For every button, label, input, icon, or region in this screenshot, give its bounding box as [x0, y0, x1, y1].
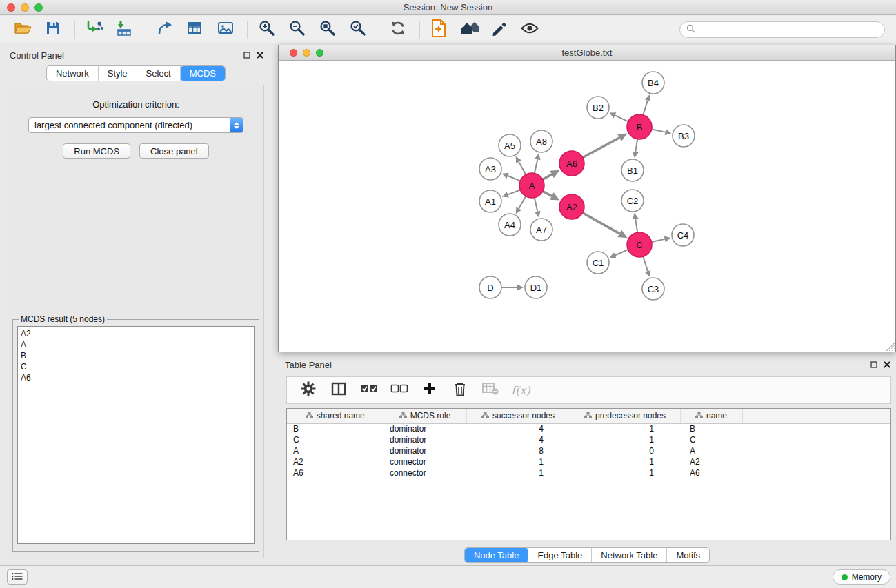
graph-edge-A-A7[interactable] — [535, 198, 537, 212]
close-panel-action-button[interactable]: Close panel — [139, 143, 209, 159]
graph-edge-C-C1[interactable] — [615, 250, 628, 255]
cell-mcds_role[interactable]: dominator — [384, 434, 466, 445]
graph-edge-A-A4[interactable] — [519, 196, 526, 209]
import-network-button[interactable] — [82, 19, 106, 40]
graph-edge-A2-C[interactable] — [583, 213, 620, 234]
cell-shared_name[interactable]: A — [287, 445, 384, 456]
graph-edge-A-A5[interactable] — [519, 162, 526, 175]
cell-predecessor[interactable]: 0 — [570, 445, 680, 456]
cell-name[interactable]: A6 — [680, 467, 742, 478]
show-hide-button[interactable] — [518, 19, 541, 40]
float-panel-button[interactable] — [243, 52, 250, 59]
tab-edge-table[interactable]: Edge Table — [528, 548, 592, 562]
import-table-button[interactable] — [112, 19, 136, 40]
tab-style[interactable]: Style — [99, 66, 137, 81]
toggle-columns-button[interactable] — [327, 380, 350, 401]
graph-edge-B-B2[interactable] — [615, 115, 628, 121]
cell-mcds_role[interactable]: connector — [384, 456, 466, 467]
cell-mcds_role[interactable]: connector — [384, 467, 466, 478]
cell-successor[interactable]: 4 — [466, 423, 570, 434]
mcds-result-item[interactable]: B — [21, 350, 251, 361]
annotation-button[interactable] — [488, 19, 511, 40]
save-session-button[interactable] — [41, 19, 65, 40]
memory-button[interactable]: Memory — [833, 569, 890, 585]
mcds-result-item[interactable]: A — [21, 339, 251, 350]
graph-edge-B-B4[interactable] — [643, 101, 648, 115]
minimize-window-button[interactable] — [21, 3, 29, 12]
table-row[interactable]: Adominator80A — [287, 445, 890, 456]
close-panel-button[interactable] — [884, 361, 890, 368]
cell-mcds_role[interactable]: dominator — [384, 423, 466, 434]
zoom-window-button[interactable] — [34, 3, 43, 12]
cell-successor[interactable]: 1 — [466, 467, 570, 478]
zoom-fit-button[interactable] — [315, 19, 339, 40]
graph-edge-A-A8[interactable] — [535, 159, 537, 173]
table-row[interactable]: Cdominator41C — [287, 434, 890, 445]
add-row-button[interactable] — [418, 380, 441, 401]
mcds-result-item[interactable]: C — [21, 361, 251, 372]
column-header-predecessor-nodes[interactable]: predecessor nodes — [570, 409, 680, 423]
new-table-button[interactable] — [183, 19, 207, 40]
column-header-successor-nodes[interactable]: successor nodes — [466, 409, 570, 423]
zoom-out-button[interactable] — [285, 19, 308, 40]
refresh-button[interactable] — [386, 19, 410, 40]
graph-edge-B-B1[interactable] — [635, 139, 637, 152]
table-row[interactable]: A6connector11A6 — [287, 467, 890, 478]
open-document-button[interactable] — [427, 19, 450, 40]
run-mcds-button[interactable]: Run MCDS — [63, 143, 130, 159]
table-row[interactable]: Bdominator41B — [287, 423, 890, 434]
tab-mcds[interactable]: MCDS — [181, 66, 225, 81]
mcds-result-item[interactable]: A6 — [21, 372, 251, 383]
graph-edge-A-A2[interactable] — [543, 191, 552, 196]
delete-row-button[interactable] — [448, 380, 472, 401]
home-button[interactable] — [457, 19, 481, 40]
cell-name[interactable]: A2 — [680, 456, 742, 467]
select-all-button[interactable] — [357, 380, 381, 401]
network-minimize-button[interactable] — [303, 49, 310, 57]
task-history-button[interactable] — [7, 569, 28, 585]
cell-shared_name[interactable]: A2 — [287, 456, 384, 467]
zoom-in-button[interactable] — [255, 19, 278, 40]
open-session-button[interactable] — [11, 19, 34, 40]
graph-edge-C-C3[interactable] — [643, 256, 648, 271]
graph-edge-C-C4[interactable] — [652, 239, 665, 242]
column-header-shared-name[interactable]: shared name — [287, 409, 384, 423]
cell-predecessor[interactable]: 1 — [570, 467, 680, 478]
cell-name[interactable]: A — [680, 445, 742, 456]
cell-successor[interactable]: 4 — [466, 434, 570, 445]
search-input[interactable] — [699, 25, 878, 34]
close-window-button[interactable] — [7, 3, 15, 12]
cell-name[interactable]: C — [680, 434, 742, 445]
graph-edge-B-B3[interactable] — [652, 130, 666, 132]
graph-edge-A-A1[interactable] — [508, 190, 520, 194]
tab-network[interactable]: Network — [47, 66, 99, 81]
graph-edge-A-A3[interactable] — [508, 176, 520, 181]
cell-predecessor[interactable]: 1 — [570, 423, 680, 434]
zoom-selected-button[interactable] — [346, 19, 369, 40]
new-network-button[interactable] — [153, 19, 177, 40]
cell-shared_name[interactable]: A6 — [287, 467, 384, 478]
tab-node-table[interactable]: Node Table — [465, 548, 529, 562]
cell-predecessor[interactable]: 1 — [570, 434, 680, 445]
column-header-name[interactable]: name — [680, 409, 742, 423]
cell-mcds_role[interactable]: dominator — [384, 445, 466, 456]
graph-edge-C-C2[interactable] — [635, 219, 637, 233]
resize-grip[interactable] — [886, 343, 895, 351]
graph-edge-A-A6[interactable] — [543, 174, 552, 179]
tab-network-table[interactable]: Network Table — [592, 548, 667, 562]
cell-successor[interactable]: 8 — [466, 445, 570, 456]
deselect-all-button[interactable] — [388, 380, 411, 401]
network-canvas[interactable]: B4B2BB3A5A8A6A3B1AA1C2A2A4A7CC4C1C3DD1 — [279, 61, 895, 352]
tab-motifs[interactable]: Motifs — [667, 548, 709, 562]
graph-edge-A6-B[interactable] — [583, 138, 619, 158]
column-header-mcds-role[interactable]: MCDS role — [384, 409, 466, 423]
table-settings-button[interactable] — [297, 380, 320, 401]
cell-successor[interactable]: 1 — [466, 456, 570, 467]
cell-name[interactable]: B — [680, 423, 742, 434]
export-image-button[interactable] — [214, 19, 237, 40]
tab-select[interactable]: Select — [137, 66, 181, 81]
cell-shared_name[interactable]: B — [287, 423, 384, 434]
close-panel-button[interactable] — [257, 52, 263, 59]
mcds-result-list[interactable]: A2ABCA6 — [17, 326, 255, 544]
table-row[interactable]: A2connector11A2 — [287, 456, 890, 467]
